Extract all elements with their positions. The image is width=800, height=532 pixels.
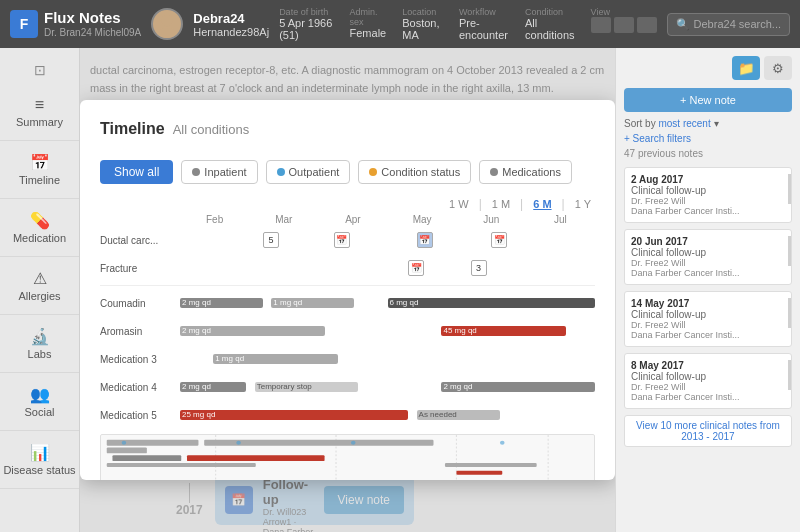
gear-button[interactable]: ⚙ <box>764 56 792 80</box>
modal-header: Timeline All conditions <box>100 120 595 150</box>
header: F Flux Notes Dr. Bran24 Michel09A Debra2… <box>0 0 800 48</box>
ductal-event-2[interactable]: 📅 <box>334 232 350 248</box>
coumadin-bar-3: 6 mg qd <box>388 298 596 308</box>
sidebar-item-allergies[interactable]: ⚠ Allergies <box>0 257 79 315</box>
modal-overlay: Timeline All conditions Show all Inpatie… <box>80 48 615 532</box>
sidebar-label-social: Social <box>0 406 79 418</box>
note-author-3: Dr. Free2 Will <box>631 382 785 392</box>
main-layout: ⊡ ≡ Summary 📅 Timeline 💊 Medication ⚠ Al… <box>0 48 800 532</box>
time-6m[interactable]: 6 M <box>529 196 555 212</box>
social-icon: 👥 <box>0 385 79 404</box>
ductal-event-4[interactable]: 📅 <box>491 232 507 248</box>
view-btn-3[interactable] <box>637 17 657 33</box>
meta-location: Location Boston, MA <box>402 7 443 41</box>
sidebar-item-medication[interactable]: 💊 Medication <box>0 199 79 257</box>
sidebar-item-social[interactable]: 👥 Social <box>0 373 79 431</box>
note-author-0: Dr. Free2 Will <box>631 196 785 206</box>
modal-title: Timeline <box>100 120 165 138</box>
sidebar-label-allergies: Allergies <box>0 290 79 302</box>
sidebar-item-disease-status[interactable]: 📊 Disease status <box>0 431 79 489</box>
sidebar-item-summary[interactable]: ≡ Summary <box>0 84 79 141</box>
time-filter-bar: 1 W | 1 M | 6 M | 1 Y <box>100 196 595 212</box>
sort-filter-bar: Sort by most recent ▾ <box>624 118 792 129</box>
timeline-row-med4: Medication 4 2 mg qd Temporary stop 2 mg… <box>100 376 595 398</box>
fracture-event-1[interactable]: 📅 <box>408 260 424 276</box>
note-card-2[interactable]: 14 May 2017 Clinical follow-up Dr. Free2… <box>624 291 792 347</box>
meta-dob: Date of birth 5 Apr 1966 (51) <box>279 7 333 41</box>
time-1m[interactable]: 1 M <box>488 196 514 212</box>
condition-dot <box>369 168 377 176</box>
sidebar: ⊡ ≡ Summary 📅 Timeline 💊 Medication ⚠ Al… <box>0 48 80 532</box>
sort-dropdown-icon[interactable]: ▾ <box>714 118 719 129</box>
logo-area: F Flux Notes Dr. Bran24 Michel09A <box>10 10 141 38</box>
view-more-notes[interactable]: View 10 more clinical notes from 2013 - … <box>624 415 792 447</box>
filter-condition-status[interactable]: Condition status <box>358 160 471 184</box>
sidebar-label-labs: Labs <box>0 348 79 360</box>
mini-overview-chart: 2014 2015 2016 2017 2018 <box>100 434 595 480</box>
medications-dot <box>490 168 498 176</box>
coumadin-track: 2 mg qd 1 mg qd 6 mg qd <box>180 293 595 313</box>
modal-subtitle: All conditions <box>173 122 250 137</box>
view-btn-1[interactable] <box>591 17 611 33</box>
ductal-label: Ductal carc... <box>100 235 180 246</box>
filter-medications[interactable]: Medications <box>479 160 572 184</box>
filter-outpatient[interactable]: Outpatient <box>266 160 351 184</box>
note-date-3: 8 May 2017 <box>631 360 785 371</box>
sidebar-item-timeline[interactable]: 📅 Timeline <box>0 141 79 199</box>
new-note-button[interactable]: + New note <box>624 88 792 112</box>
fracture-event-2[interactable]: 3 <box>471 260 487 276</box>
month-feb: Feb <box>180 214 249 225</box>
med5-bar-2: As needed <box>417 410 500 420</box>
note-institution-3: Dana Farber Cancer Insti... <box>631 392 785 402</box>
note-institution-0: Dana Farber Cancer Insti... <box>631 206 785 216</box>
note-date-2: 14 May 2017 <box>631 298 785 309</box>
svg-point-22 <box>500 441 505 445</box>
folder-button[interactable]: 📁 <box>732 56 760 80</box>
search-filters-button[interactable]: + Search filters <box>624 133 691 144</box>
search-placeholder: Debra24 search... <box>694 18 781 30</box>
note-date-0: 2 Aug 2017 <box>631 174 785 185</box>
sidebar-item-labs[interactable]: 🔬 Labs <box>0 315 79 373</box>
view-btn-2[interactable] <box>614 17 634 33</box>
note-type-0: Clinical follow-up <box>631 185 785 196</box>
ductal-event-3[interactable]: 📅 <box>417 232 433 248</box>
svg-rect-18 <box>456 471 502 475</box>
time-1y[interactable]: 1 Y <box>571 196 595 212</box>
filter-inpatient[interactable]: Inpatient <box>181 160 257 184</box>
month-apr: Apr <box>318 214 387 225</box>
app-logo-icon: F <box>10 10 38 38</box>
aromasin-bar-1: 2 mg qd <box>180 326 325 336</box>
meta-sex: Admin. sex Female <box>350 7 387 41</box>
med5-track: 25 mg qd As needed <box>180 405 595 425</box>
ductal-event-1[interactable]: 5 <box>263 232 279 248</box>
month-jul: Jul <box>526 214 595 225</box>
filter-show-all[interactable]: Show all <box>100 160 173 184</box>
svg-rect-14 <box>112 455 181 461</box>
note-institution-1: Dana Farber Cancer Insti... <box>631 268 785 278</box>
app-title-block: Flux Notes Dr. Bran24 Michel09A <box>44 10 141 38</box>
svg-rect-15 <box>187 455 325 461</box>
svg-point-19 <box>122 441 127 445</box>
view-buttons <box>591 17 657 33</box>
svg-rect-17 <box>445 463 537 467</box>
sort-value[interactable]: most recent <box>658 118 710 129</box>
app-subtitle: Dr. Bran24 Michel09A <box>44 27 141 38</box>
fracture-track: 📅 3 <box>180 258 595 278</box>
med5-bar-1: 25 mg qd <box>180 410 408 420</box>
med3-bar-1: 1 mg qd <box>213 354 338 364</box>
labs-icon: 🔬 <box>0 327 79 346</box>
search-box[interactable]: 🔍 Debra24 search... <box>667 13 790 36</box>
time-1w[interactable]: 1 W <box>445 196 473 212</box>
note-author-2: Dr. Free2 Will <box>631 320 785 330</box>
note-card-1[interactable]: 20 Jun 2017 Clinical follow-up Dr. Free2… <box>624 229 792 285</box>
sidebar-label-summary: Summary <box>0 116 79 128</box>
timeline-row-med5: Medication 5 25 mg qd As needed <box>100 404 595 426</box>
medication-icon: 💊 <box>0 211 79 230</box>
aromasin-label: Aromasin <box>100 326 180 337</box>
workflow-dropdown[interactable]: Pre-encounter <box>459 17 509 41</box>
sidebar-top-icon[interactable]: ⊡ <box>0 56 79 84</box>
condition-dropdown[interactable]: All conditions <box>525 17 575 41</box>
note-card-3[interactable]: 8 May 2017 Clinical follow-up Dr. Free2 … <box>624 353 792 409</box>
meta-view: View <box>591 7 657 41</box>
note-card-0[interactable]: 2 Aug 2017 Clinical follow-up Dr. Free2 … <box>624 167 792 223</box>
